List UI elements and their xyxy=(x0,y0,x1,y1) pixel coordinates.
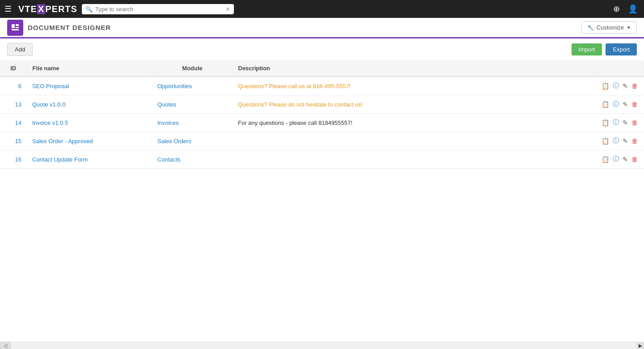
logo-perts: PERTS xyxy=(45,4,77,14)
module-icon xyxy=(7,20,23,36)
module-link[interactable]: Contacts xyxy=(157,156,180,163)
filename-link[interactable]: Quote v1.0.0 xyxy=(32,101,65,108)
id-link[interactable]: 14 xyxy=(15,119,21,126)
top-navigation: ☰ VTEXPERTS 🔍 ✕ ⊕ 👤 xyxy=(0,0,644,18)
sub-header: DOCUMENT DESIGNER 🔧 Customize ▼ xyxy=(0,18,644,38)
cell-filename: Sales Order - Approved xyxy=(27,132,152,150)
filename-link[interactable]: SEO Proposal xyxy=(32,83,69,89)
svg-rect-0 xyxy=(12,24,15,28)
delete-icon[interactable]: 🗑 xyxy=(631,81,639,90)
user-nav-icon[interactable]: 👤 xyxy=(626,2,640,16)
document-table: ID File name Module Description 6SEO Pro… xyxy=(0,60,644,169)
cell-description xyxy=(233,132,595,150)
delete-icon[interactable]: 🗑 xyxy=(631,136,639,145)
delete-icon[interactable]: 🗑 xyxy=(631,100,639,109)
cell-filename: Invoice v1.0.5 xyxy=(27,114,152,132)
table-row: 15Sales Order - ApprovedSales Orders📋ⓘ✎🗑 xyxy=(0,132,644,150)
customize-button[interactable]: 🔧 Customize ▼ xyxy=(581,21,637,34)
cell-description: For any questions - please call 81849555… xyxy=(233,114,595,132)
edit-icon[interactable]: ✎ xyxy=(622,81,629,90)
col-header-description: Description xyxy=(233,60,595,77)
cell-module: Quotes xyxy=(152,95,233,114)
app-logo: VTEXPERTS xyxy=(18,4,77,14)
cell-module: Invoices xyxy=(152,114,233,132)
cell-description: Questions? Please call us at 818-495-555… xyxy=(233,77,595,95)
add-button[interactable]: Add xyxy=(7,43,33,56)
info-icon[interactable]: ⓘ xyxy=(612,99,620,109)
svg-rect-3 xyxy=(12,29,19,30)
delete-icon[interactable]: 🗑 xyxy=(631,118,639,127)
cell-actions: 📋ⓘ✎🗑 xyxy=(595,77,644,95)
table-row: 6SEO ProposalOpportunitiesQuestions? Ple… xyxy=(0,77,644,95)
customize-label: Customize xyxy=(597,24,624,31)
description-link[interactable]: Questions? Please do not hesitate to con… xyxy=(238,101,363,108)
hamburger-icon[interactable]: ☰ xyxy=(4,4,12,14)
page-title: DOCUMENT DESIGNER xyxy=(28,24,111,31)
logo-x: X xyxy=(37,4,45,14)
table-row: 13Quote v1.0.0QuotesQuestions? Please do… xyxy=(0,95,644,114)
search-icon: 🔍 xyxy=(85,6,93,13)
edit-icon[interactable]: ✎ xyxy=(622,118,629,127)
edit-icon[interactable]: ✎ xyxy=(622,155,629,164)
cell-filename: Quote v1.0.0 xyxy=(27,95,152,114)
wrench-icon: 🔧 xyxy=(587,25,594,31)
module-link[interactable]: Sales Orders xyxy=(157,138,191,145)
cell-module: Opportunities xyxy=(152,77,233,95)
col-header-filename: File name xyxy=(27,60,152,77)
info-icon[interactable]: ⓘ xyxy=(612,154,620,164)
info-icon[interactable]: ⓘ xyxy=(612,136,620,146)
svg-rect-1 xyxy=(16,24,19,26)
search-bar: 🔍 ✕ xyxy=(82,4,234,14)
edit-icon[interactable]: ✎ xyxy=(622,136,629,145)
filename-link[interactable]: Invoice v1.0.5 xyxy=(32,119,68,126)
id-link[interactable]: 13 xyxy=(15,101,21,108)
toolbar: Add Import Export xyxy=(0,38,644,60)
search-input[interactable] xyxy=(95,6,223,13)
cell-actions: 📋ⓘ✎🗑 xyxy=(595,95,644,114)
cell-description: Questions? Please do not hesitate to con… xyxy=(233,95,595,114)
table-row: 16Contact Update FormContacts📋ⓘ✎🗑 xyxy=(0,150,644,169)
info-icon[interactable]: ⓘ xyxy=(612,118,620,128)
svg-rect-2 xyxy=(16,27,19,28)
filename-link[interactable]: Sales Order - Approved xyxy=(32,138,93,145)
col-header-actions xyxy=(595,60,644,77)
delete-icon[interactable]: 🗑 xyxy=(631,155,639,164)
logo-vt: VTE xyxy=(18,4,37,14)
cell-id: 6 xyxy=(0,77,27,95)
cell-module: Contacts xyxy=(152,150,233,169)
copy-icon[interactable]: 📋 xyxy=(601,81,610,90)
copy-icon[interactable]: 📋 xyxy=(601,155,610,164)
edit-icon[interactable]: ✎ xyxy=(622,100,629,109)
module-link[interactable]: Invoices xyxy=(157,119,179,126)
id-link[interactable]: 16 xyxy=(15,156,21,163)
col-header-module: Module xyxy=(152,60,233,77)
description-link[interactable]: Questions? Please call us at 818-495-555… xyxy=(238,83,351,89)
copy-icon[interactable]: 📋 xyxy=(601,118,610,127)
copy-icon[interactable]: 📋 xyxy=(601,136,610,145)
cell-id: 15 xyxy=(0,132,27,150)
cell-id: 13 xyxy=(0,95,27,114)
module-link[interactable]: Quotes xyxy=(157,101,176,108)
cell-id: 16 xyxy=(0,150,27,169)
cell-filename: Contact Update Form xyxy=(27,150,152,169)
cell-actions: 📋ⓘ✎🗑 xyxy=(595,150,644,169)
copy-icon[interactable]: 📋 xyxy=(601,100,610,109)
col-header-id: ID xyxy=(0,60,27,77)
info-icon[interactable]: ⓘ xyxy=(612,81,620,91)
filename-link[interactable]: Contact Update Form xyxy=(32,156,88,163)
search-clear-icon[interactable]: ✕ xyxy=(225,6,230,13)
cell-description xyxy=(233,150,595,169)
import-button[interactable]: Import xyxy=(572,43,602,55)
table-header-row: ID File name Module Description xyxy=(0,60,644,77)
cell-module: Sales Orders xyxy=(152,132,233,150)
id-link[interactable]: 15 xyxy=(15,138,21,145)
table-row: 14Invoice v1.0.5InvoicesFor any question… xyxy=(0,114,644,132)
id-link[interactable]: 6 xyxy=(18,83,21,89)
caret-down-icon: ▼ xyxy=(627,25,631,30)
cell-actions: 📋ⓘ✎🗑 xyxy=(595,132,644,150)
export-button[interactable]: Export xyxy=(606,43,637,55)
cell-id: 14 xyxy=(0,114,27,132)
module-link[interactable]: Opportunities xyxy=(157,83,192,89)
add-nav-icon[interactable]: ⊕ xyxy=(611,2,622,16)
cell-filename: SEO Proposal xyxy=(27,77,152,95)
